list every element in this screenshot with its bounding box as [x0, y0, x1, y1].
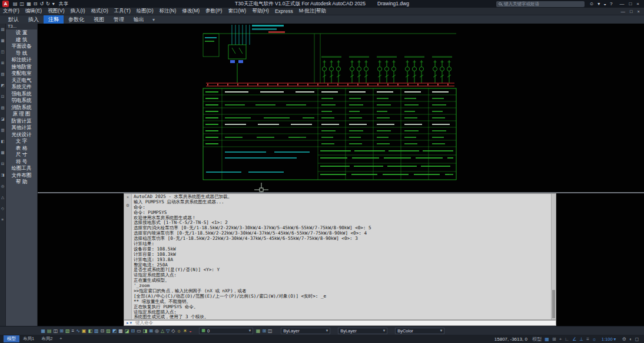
toolbar-icon[interactable]: ⊞ [262, 328, 266, 334]
redo-icon[interactable]: ↻ [46, 1, 50, 6]
doc-restore-button[interactable]: □ [630, 9, 633, 14]
toolbar-icon[interactable]: ▽ [166, 328, 170, 334]
isolate-objects-icon[interactable]: ◐ [629, 337, 632, 342]
ribbon-tab-parametric[interactable]: 参数化 [64, 15, 89, 24]
print-icon[interactable]: ⊟ [34, 1, 38, 6]
palette-item[interactable]: 文件布图 [6, 172, 37, 179]
toolbar-icon[interactable]: ◒ [189, 328, 192, 334]
side-toolbar-icon[interactable]: △ [1, 195, 4, 199]
color-combo[interactable]: ByLayer ▾ [281, 328, 330, 334]
side-toolbar-icon[interactable]: ▦ [1, 38, 4, 42]
side-toolbar-icon[interactable]: ▥ [1, 128, 4, 132]
palette-item[interactable]: 其他计算 [6, 124, 37, 131]
save-icon[interactable]: ▦ [26, 1, 31, 6]
toolbar-icon[interactable]: ▨ [106, 328, 111, 334]
ribbon-tab-output[interactable]: 输出 [129, 15, 149, 24]
palette-item[interactable]: 绘图工具 [6, 165, 37, 172]
menu-item[interactable]: 修改(M) [179, 8, 203, 15]
ribbon-tab-default[interactable]: 默认 [4, 15, 24, 24]
minimize-button[interactable]: — [619, 1, 624, 6]
toolbar-icon[interactable]: ∿ [76, 328, 80, 334]
toolbar-icon[interactable]: ☀ [183, 328, 187, 334]
side-toolbar-icon[interactable]: ▧ [1, 72, 4, 76]
search-box[interactable]: 键入关键字或短语 [496, 1, 585, 7]
menu-item[interactable]: 窗口(W) [225, 8, 249, 15]
snap-icon[interactable]: ⊞ [552, 337, 556, 342]
annotation-visibility-icon[interactable]: ☼ [592, 337, 596, 342]
palette-item[interactable]: 弱电系统 [6, 97, 37, 104]
customize-icon[interactable]: ⚙ [126, 203, 130, 208]
menu-item[interactable]: Express [272, 8, 296, 14]
palette-item[interactable]: 天正电气 [6, 77, 37, 84]
close-icon[interactable]: × [127, 195, 129, 199]
menu-item[interactable]: M-批注|帮助 [296, 8, 329, 15]
ribbon-tab-insert[interactable]: 插入 [24, 15, 44, 24]
side-toolbar-icon[interactable]: ⊞ [1, 61, 4, 65]
toolbar-icon[interactable]: ▧ [65, 328, 70, 334]
side-toolbar-icon[interactable]: ▩ [1, 150, 4, 154]
palette-item[interactable]: 帮 助 [6, 179, 37, 186]
dynamic-input-icon[interactable]: + [559, 337, 562, 342]
ribbon-tab-annotate[interactable]: 注释 [44, 15, 64, 24]
menu-item[interactable]: 插入(I) [68, 8, 88, 15]
recent-commands-icon[interactable]: ▾ [130, 321, 132, 325]
side-toolbar-icon[interactable]: ◎ [1, 184, 5, 188]
side-toolbar-icon[interactable]: ◫ [1, 50, 4, 54]
lineweight-icon[interactable]: ≡ [586, 337, 589, 342]
palette-item[interactable]: 光伏设计 [6, 131, 37, 138]
toolbar-icon[interactable]: ▤ [47, 328, 52, 334]
toolbar-icon[interactable]: ▣ [82, 328, 87, 334]
ribbon-tab-manage[interactable]: 管理 [109, 15, 129, 24]
toolbar-icon[interactable]: ▦ [41, 328, 46, 334]
toolbar-icon[interactable]: ◫ [54, 328, 58, 334]
doc-minimize-button[interactable]: — [621, 9, 626, 14]
menu-item[interactable]: 工具(T) [111, 8, 134, 15]
toolbar-icon[interactable]: ◎ [155, 328, 159, 334]
menu-item[interactable]: 视图(V) [45, 8, 67, 15]
clean-screen-icon[interactable]: ◻ [635, 337, 639, 342]
command-input[interactable]: ▸▾ 键入命令 [124, 320, 556, 326]
side-toolbar-icon[interactable]: ▤ [1, 27, 4, 31]
menu-item[interactable]: 绘图(D) [134, 8, 157, 15]
grid-icon[interactable]: ▦ [545, 337, 549, 342]
palette-item[interactable]: 接地防雷 [6, 64, 37, 71]
toolbar-icon[interactable]: ☼ [177, 328, 181, 334]
palette-item[interactable]: 强电系统 [6, 91, 37, 98]
palette-item[interactable]: 建 筑 [6, 37, 37, 44]
side-toolbar-icon[interactable]: ≡ [2, 217, 4, 222]
toolbar-icon[interactable]: ▦ [256, 328, 261, 334]
ribbon-tab-view[interactable]: 视图 [89, 15, 109, 24]
menu-item[interactable]: 格式(O) [88, 8, 111, 15]
toolbar-icon[interactable]: ◨ [143, 328, 148, 334]
side-toolbar-icon[interactable]: ⊟ [1, 161, 4, 166]
annotation-scale[interactable]: 1:100▾ [602, 337, 618, 342]
palette-item[interactable]: 尺 寸 [6, 151, 37, 159]
new-file-icon[interactable]: ▤ [13, 1, 18, 6]
palette-item[interactable]: 原 理 图 [6, 111, 37, 118]
toolbar-icon[interactable]: ▩ [118, 328, 123, 334]
side-toolbar-icon[interactable]: ◩ [1, 83, 4, 87]
new-layout-tab[interactable]: + [56, 335, 65, 342]
side-toolbar-icon[interactable]: ◪ [1, 117, 4, 121]
menu-item[interactable]: 帮助(H) [249, 8, 272, 15]
side-toolbar-icon[interactable]: ◧ [1, 139, 4, 143]
side-toolbar-icon[interactable]: ▨ [1, 105, 4, 110]
palette-item[interactable]: 导 线 [6, 50, 37, 57]
model-space-toggle[interactable]: 模型 [532, 336, 542, 342]
menu-item[interactable]: 编辑(E) [22, 8, 45, 15]
toolbar-icon[interactable]: ≡ [71, 328, 74, 334]
palette-title[interactable]: T3... [6, 24, 37, 29]
undo-icon[interactable]: ↺ [39, 1, 44, 6]
menu-item[interactable]: 参数(P) [203, 8, 225, 15]
share-button[interactable]: 共享 [59, 1, 68, 7]
palette-item[interactable]: 防雷计算 [6, 118, 37, 125]
open-file-icon[interactable]: ◫ [20, 1, 25, 6]
side-toolbar-icon[interactable]: ⊡ [1, 94, 4, 98]
layout2-tab[interactable]: 布局2 [38, 335, 56, 342]
toolbar-icon[interactable]: ◧ [88, 328, 92, 334]
scrollbar-thumb[interactable] [552, 290, 555, 318]
linetype-combo[interactable]: ByLayer ▾ [338, 328, 387, 334]
model-tab[interactable]: 模型 [4, 335, 19, 342]
toolbar-icon[interactable]: △ [161, 328, 164, 334]
side-toolbar-icon[interactable]: ◨ [1, 173, 4, 177]
